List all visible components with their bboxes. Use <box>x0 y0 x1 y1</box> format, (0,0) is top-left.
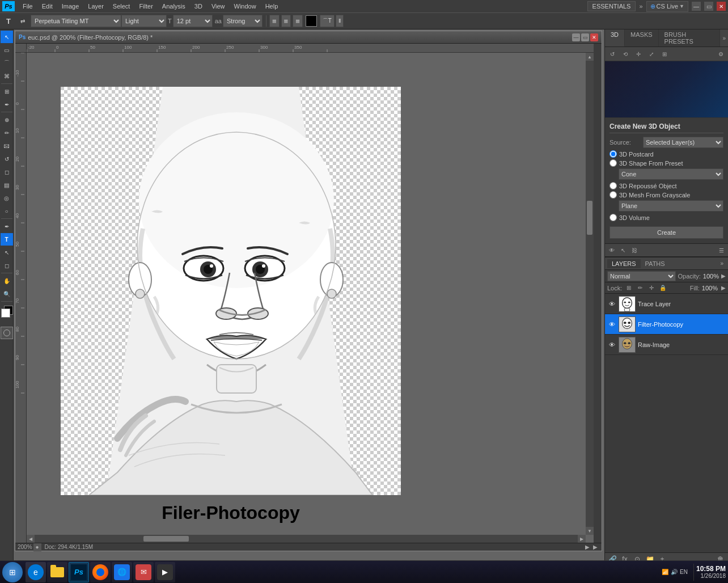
layer-item-trace[interactable]: 👁 Trace Layer <box>605 294 728 314</box>
create-3d-btn[interactable]: Create <box>610 226 723 239</box>
tab-masks[interactable]: MASKS <box>625 29 659 47</box>
tool-dodge[interactable]: ○ <box>1 205 13 217</box>
layer-visibility-filter[interactable]: 👁 <box>607 320 616 329</box>
text-orientation-btn[interactable]: ⇄ <box>17 15 28 27</box>
scroll-up-btn[interactable]: ▲ <box>586 53 594 61</box>
layer-item-filter[interactable]: 👁 Filter-Photocopy <box>605 314 728 335</box>
scroll-right-status[interactable]: ▶ <box>591 543 599 551</box>
radio-volume[interactable] <box>610 214 617 221</box>
panel-menu-icon[interactable]: ☰ <box>716 245 727 255</box>
menu-layer[interactable]: Layer <box>83 2 108 11</box>
layers-panel-menu[interactable]: » <box>718 260 726 267</box>
align-left-btn[interactable]: ≡ <box>269 15 280 27</box>
layer-visibility-raw[interactable]: 👁 <box>607 340 616 349</box>
taskbar-firefox-icon[interactable] <box>90 562 111 582</box>
blend-mode-select[interactable]: Normal <box>607 271 676 281</box>
layer-visibility-trace[interactable]: 👁 <box>607 299 616 309</box>
doc-close-btn[interactable]: ✕ <box>590 33 598 41</box>
tab-3d[interactable]: 3D <box>605 29 625 47</box>
scrollbar-horizontal[interactable]: ◀ ▶ <box>27 535 586 543</box>
zoom-indicator-btn[interactable]: ● <box>33 543 41 551</box>
tool-eraser[interactable]: ◻ <box>1 166 13 178</box>
taskbar-ie-icon[interactable]: e <box>26 562 46 582</box>
align-right-btn[interactable]: ≡ <box>293 15 303 27</box>
scroll-left-btn[interactable]: ◀ <box>27 535 35 543</box>
tool-select-path[interactable]: ↖ <box>1 246 13 259</box>
scrollbar-vertical[interactable]: ▲ ▼ <box>586 53 594 535</box>
menu-edit[interactable]: Edit <box>37 2 57 11</box>
menu-window[interactable]: Window <box>230 2 261 11</box>
menu-image[interactable]: Image <box>57 2 84 11</box>
source-select[interactable]: Selected Layer(s) <box>643 137 723 148</box>
background-color[interactable] <box>1 309 10 318</box>
tool-pen[interactable]: ✒ <box>1 220 13 233</box>
radio-repoussee-label[interactable]: 3D Repoussé Object <box>619 183 677 189</box>
char-panel-btn[interactable]: Ⅱ <box>336 15 344 27</box>
radio-postcard-label[interactable]: 3D Postcard <box>619 151 654 158</box>
menu-view[interactable]: View <box>207 2 230 11</box>
tool-text[interactable]: T <box>1 233 13 246</box>
tool-move[interactable]: ↖ <box>1 31 13 43</box>
tool-heal[interactable]: ⊕ <box>1 113 13 126</box>
radio-shape-label[interactable]: 3D Shape From Preset <box>619 160 683 167</box>
scroll-down-btn[interactable]: ▼ <box>586 527 594 535</box>
tool-marquee[interactable]: ▭ <box>1 44 13 56</box>
taskbar-ps-icon[interactable]: Ps <box>69 562 89 582</box>
tool-eyedropper[interactable]: ✒ <box>1 98 13 111</box>
extend-btn[interactable]: » <box>639 3 642 10</box>
3d-settings-icon[interactable]: ⚙ <box>714 48 727 60</box>
panel-menu-btn[interactable]: » <box>722 35 726 41</box>
tool-zoom[interactable]: 🔍 <box>1 288 13 300</box>
lock-position-btn[interactable]: ✛ <box>647 284 656 293</box>
anti-alias-select[interactable]: Strong <box>223 15 263 27</box>
menu-file[interactable]: File <box>18 2 37 11</box>
taskbar-files-icon[interactable] <box>47 562 67 582</box>
radio-volume-label[interactable]: 3D Volume <box>619 214 650 221</box>
3d-rotate-icon[interactable]: ↺ <box>606 48 619 60</box>
status-arrow-btn[interactable]: ▶ <box>583 543 591 551</box>
lock-all-btn[interactable]: 🔒 <box>658 284 667 293</box>
font-style-select[interactable]: Light <box>121 15 167 27</box>
taskbar-network-icon[interactable]: 🌐 <box>112 562 132 582</box>
font-family-select[interactable]: Perpetua Titling MT <box>31 15 121 27</box>
3d-slide-icon[interactable]: ⤢ <box>645 48 658 60</box>
tool-shape[interactable]: ◻ <box>1 259 13 272</box>
menu-help[interactable]: Help <box>261 2 283 11</box>
lock-image-btn[interactable]: ✏ <box>636 284 645 293</box>
text-color-swatch[interactable] <box>306 15 317 27</box>
start-button[interactable]: ⊞ <box>2 562 23 582</box>
tool-magic-wand[interactable]: ⌘ <box>1 70 13 82</box>
shape-preset-select[interactable]: Cone <box>619 168 723 180</box>
fill-arrow[interactable]: ▶ <box>721 285 726 291</box>
tool-history[interactable]: ↺ <box>1 153 13 165</box>
radio-mesh-label[interactable]: 3D Mesh From Grayscale <box>619 192 690 198</box>
align-center-btn[interactable]: ≡ <box>281 15 291 27</box>
warp-text-btn[interactable]: ⌒T <box>320 15 335 27</box>
tab-layers[interactable]: LAYERS <box>607 259 641 268</box>
radio-mesh-grayscale[interactable] <box>610 191 617 198</box>
radio-shape-preset[interactable] <box>610 159 617 167</box>
menu-3d[interactable]: 3D <box>190 2 207 11</box>
taskbar-mail-icon[interactable]: ✉ <box>133 562 154 582</box>
tool-crop[interactable]: ⊞ <box>1 85 13 98</box>
menu-select[interactable]: Select <box>108 2 135 11</box>
tool-gradient[interactable]: ▤ <box>1 179 13 191</box>
minimize-app-btn[interactable]: — <box>692 2 701 11</box>
tab-brush-presets[interactable]: BRUSH PRESETS <box>659 29 721 47</box>
tool-lasso[interactable]: ⌒ <box>1 57 13 69</box>
font-size-select[interactable]: 12 pt <box>173 15 213 27</box>
menu-filter[interactable]: Filter <box>134 2 157 11</box>
tool-clone[interactable]: 🖂 <box>1 140 13 152</box>
menu-analysis[interactable]: Analysis <box>158 2 190 11</box>
tab-paths[interactable]: PATHS <box>641 259 670 268</box>
panel-eye-icon[interactable]: 👁 <box>606 245 617 255</box>
close-app-btn[interactable]: ✕ <box>717 2 726 11</box>
edit-quick-mask-btn[interactable] <box>1 327 13 339</box>
restore-app-btn[interactable]: ▭ <box>704 2 713 11</box>
radio-repoussee[interactable] <box>610 182 617 189</box>
mesh-preset-select[interactable]: Plane <box>619 200 723 212</box>
cs-live-btn[interactable]: ⊕ CS Live ▼ <box>646 1 688 12</box>
taskbar-clock[interactable]: 10:58 PM 1/26/2018 <box>696 565 726 579</box>
tool-brush[interactable]: ✏ <box>1 126 13 139</box>
doc-maximize-btn[interactable]: ▭ <box>581 33 589 41</box>
